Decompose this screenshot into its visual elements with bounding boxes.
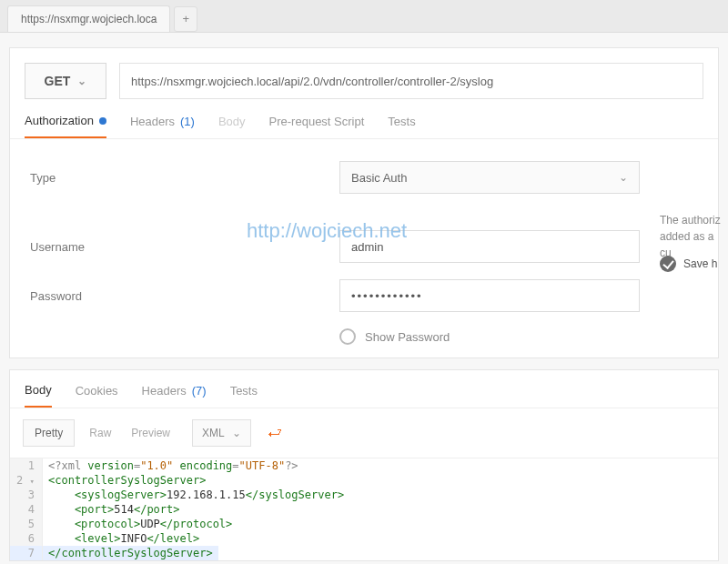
line-number: 4 (10, 502, 43, 517)
browser-tab-bar: https://nsxmgr.wojciech.loca + (0, 0, 728, 33)
line-number: 1 (10, 458, 43, 473)
authorization-section: Type Basic Auth ⌄ Username Password Show… (10, 139, 718, 358)
username-label: Username (30, 240, 339, 254)
response-toolbar: Pretty Raw Preview XML ⌄ ⮐ (10, 408, 718, 458)
line-number: 2 ▾ (10, 473, 43, 488)
response-tabs: Body Cookies Headers (7) Tests (10, 370, 718, 408)
request-url-input[interactable]: https://nsxmgr.wojciech.local/api/2.0/vd… (119, 63, 703, 99)
wrap-lines-icon[interactable]: ⮐ (268, 425, 282, 441)
request-panel: GET ⌄ https://nsxmgr.wojciech.local/api/… (9, 47, 719, 358)
response-panel: Body Cookies Headers (7) Tests Pretty Ra… (9, 369, 719, 561)
username-input[interactable] (339, 230, 640, 263)
line-number: 3 (10, 488, 43, 502)
dot-indicator-icon (99, 117, 106, 125)
resp-tab-tests[interactable]: Tests (230, 383, 258, 408)
tab-headers[interactable]: Headers (1) (130, 114, 195, 138)
line-number: 5 (10, 517, 43, 531)
preview-button[interactable]: Preview (126, 427, 176, 439)
show-password-toggle[interactable]: Show Password (339, 328, 698, 345)
save-helper-toggle[interactable]: Save h (660, 256, 723, 272)
auth-type-select[interactable]: Basic Auth ⌄ (339, 161, 640, 194)
new-tab-button[interactable]: + (174, 6, 197, 32)
resp-tab-headers[interactable]: Headers (7) (142, 383, 207, 408)
tab-tests[interactable]: Tests (388, 114, 415, 138)
pretty-button[interactable]: Pretty (23, 419, 75, 447)
line-number: 7 (10, 546, 43, 560)
line-number: 6 (10, 531, 43, 546)
tab-authorization[interactable]: Authorization (25, 114, 106, 138)
tab-prerequest[interactable]: Pre-request Script (269, 114, 365, 138)
fold-icon[interactable]: ▾ (30, 477, 35, 486)
check-circle-icon (660, 256, 676, 272)
password-label: Password (30, 289, 339, 303)
resp-tab-cookies[interactable]: Cookies (76, 383, 118, 408)
type-label: Type (30, 171, 339, 185)
raw-button[interactable]: Raw (84, 427, 116, 439)
format-dropdown[interactable]: XML ⌄ (192, 419, 251, 447)
request-tabs: Authorization Headers (1) Body Pre-reque… (10, 99, 718, 139)
auth-helper-text: The authoriz added as a cu (660, 212, 723, 261)
http-method-dropdown[interactable]: GET ⌄ (25, 63, 106, 99)
response-body-code[interactable]: 1<?xml version="1.0" encoding="UTF-8"?> … (10, 458, 718, 560)
chevron-down-icon: ⌄ (232, 427, 241, 439)
password-input[interactable] (339, 279, 640, 312)
chevron-down-icon: ⌄ (77, 75, 86, 87)
radio-icon (339, 328, 356, 345)
resp-tab-body[interactable]: Body (25, 383, 52, 408)
browser-tab[interactable]: https://nsxmgr.wojciech.loca (7, 5, 170, 32)
chevron-down-icon: ⌄ (619, 171, 628, 184)
tab-body[interactable]: Body (218, 114, 246, 138)
http-method-label: GET (45, 74, 71, 88)
